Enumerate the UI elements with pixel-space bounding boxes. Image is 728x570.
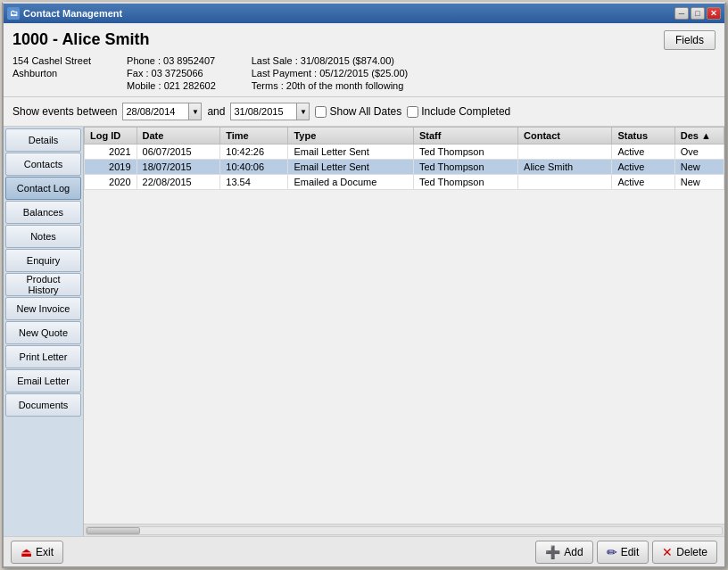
fields-button[interactable]: Fields [664,30,716,50]
cell-logid: 2020 [85,175,137,190]
col-header-status[interactable]: Status [612,128,674,145]
show-all-label: Show All Dates [329,105,401,118]
include-completed-label: Include Completed [421,105,510,118]
delete-button[interactable]: ✕ Delete [652,541,717,564]
date-to-input[interactable] [230,103,297,120]
scrollbar-track [86,526,723,535]
cell-staff: Ted Thompson [413,175,517,190]
date-to-dropdown[interactable]: ▼ [297,103,310,120]
cell-des: Ove [674,145,724,160]
sales-col: Last Sale : 31/08/2015 ($874.00) Last Pa… [252,55,409,91]
cell-type: Email Letter Sent [288,160,414,175]
col-header-date[interactable]: Date [136,128,220,145]
col-header-time[interactable]: Time [220,128,288,145]
cell-status: Active [612,145,674,160]
date-from-group: ▼ [122,103,202,120]
horizontal-scrollbar[interactable] [84,524,724,536]
add-icon: ➕ [545,545,560,559]
cell-contact [518,175,612,190]
sidebar-item-print-letter[interactable]: Print Letter [5,345,81,368]
scrollbar-thumb[interactable] [87,527,140,534]
sidebar-item-details[interactable]: Details [5,128,81,152]
cell-date: 06/07/2015 [136,145,220,160]
contact-log-table: Log ID Date Time Type Staff Contact Stat… [84,127,724,190]
edit-button[interactable]: ✏ Edit [597,541,649,564]
phone-info: Phone : 03 8952407 [127,55,216,66]
table-header-row: Log ID Date Time Type Staff Contact Stat… [85,128,724,145]
sidebar-item-product-history[interactable]: Product History [5,273,81,296]
table-row[interactable]: 202022/08/201513.54Emailed a DocumeTed T… [85,175,724,190]
cell-staff: Ted Thompson [413,145,517,160]
mobile-info: Mobile : 021 282602 [127,80,216,91]
maximize-button[interactable]: □ [691,7,705,20]
bottom-bar: ⏏ Exit ➕ Add ✏ Edit ✕ Delete [4,536,724,566]
title-bar: 🗂 Contact Management ─ □ ✕ [4,4,724,23]
header-top: 1000 - Alice Smith Fields [12,30,716,50]
filter-label-from: Show events between [12,105,117,118]
cell-date: 18/07/2015 [136,160,220,175]
address-line1: 154 Cashel Street [12,55,91,66]
cell-status: Active [612,160,674,175]
contact-name-heading: 1000 - Alice Smith [12,30,149,49]
col-header-logid[interactable]: Log ID [85,128,137,145]
fax-info: Fax : 03 3725066 [127,68,216,78]
cell-time: 10:40:06 [220,160,288,175]
table-row[interactable]: 201918/07/201510:40:06Email Letter SentT… [85,160,724,175]
bottom-left: ⏏ Exit [11,541,63,564]
table-scroll[interactable]: Log ID Date Time Type Staff Contact Stat… [84,127,724,524]
date-from-input[interactable] [122,103,189,120]
show-all-checkbox[interactable] [315,106,327,118]
content-area: 1000 - Alice Smith Fields 154 Cashel Str… [4,23,724,566]
exit-button[interactable]: ⏏ Exit [11,541,63,564]
last-payment-info: Last Payment : 05/12/2015 ($25.00) [252,68,409,78]
close-button[interactable]: ✕ [707,7,721,20]
exit-icon: ⏏ [21,545,32,559]
add-button[interactable]: ➕ Add [535,541,592,564]
filter-label-and: and [207,105,225,118]
edit-label: Edit [621,546,640,558]
cell-des: New [674,175,724,190]
header-info: 154 Cashel Street Ashburton Phone : 03 8… [12,55,716,91]
table-body: 202106/07/201510:42:26Email Letter SentT… [85,145,724,190]
sidebar-item-notes[interactable]: Notes [5,225,81,248]
title-bar-buttons: ─ □ ✕ [674,7,721,20]
edit-icon: ✏ [607,545,617,559]
cell-contact [518,145,612,160]
sidebar-item-balances[interactable]: Balances [5,201,81,224]
sidebar-item-enquiry[interactable]: Enquiry [5,249,81,272]
cell-logid: 2021 [85,145,137,160]
cell-logid: 2019 [85,160,137,175]
col-header-contact[interactable]: Contact [518,128,612,145]
cell-contact: Alice Smith [518,160,612,175]
sidebar: Details Contacts Contact Log Balances No… [4,127,84,536]
include-completed-group: Include Completed [407,105,510,118]
sidebar-item-contacts[interactable]: Contacts [5,153,81,176]
table-area: Log ID Date Time Type Staff Contact Stat… [84,127,724,536]
sidebar-item-new-quote[interactable]: New Quote [5,321,81,344]
col-header-des[interactable]: Des ▲ [674,128,724,145]
phone-col: Phone : 03 8952407 Fax : 03 3725066 Mobi… [127,55,216,91]
include-completed-checkbox[interactable] [407,106,418,118]
sidebar-item-new-invoice[interactable]: New Invoice [5,297,81,320]
sidebar-item-documents[interactable]: Documents [5,393,81,417]
sidebar-item-contact-log[interactable]: Contact Log [5,177,81,200]
address-col: 154 Cashel Street Ashburton [12,55,91,91]
delete-icon: ✕ [662,545,673,559]
address-line2: Ashburton [12,68,91,78]
terms-info: Terms : 20th of the month following [252,80,409,91]
sidebar-item-email-letter[interactable]: Email Letter [5,369,81,392]
cell-staff: Ted Thompson [413,160,517,175]
col-header-type[interactable]: Type [288,128,414,145]
exit-label: Exit [36,546,54,558]
show-all-group: Show All Dates [315,105,401,118]
cell-time: 10:42:26 [220,145,288,160]
cell-date: 22/08/2015 [136,175,220,190]
date-from-dropdown[interactable]: ▼ [189,103,202,120]
header-section: 1000 - Alice Smith Fields 154 Cashel Str… [4,23,724,97]
cell-des: New [674,160,724,175]
date-to-group: ▼ [230,103,310,120]
table-row[interactable]: 202106/07/201510:42:26Email Letter SentT… [85,145,724,160]
col-header-staff[interactable]: Staff [413,128,517,145]
minimize-button[interactable]: ─ [674,7,689,20]
title-bar-left: 🗂 Contact Management [7,7,122,20]
